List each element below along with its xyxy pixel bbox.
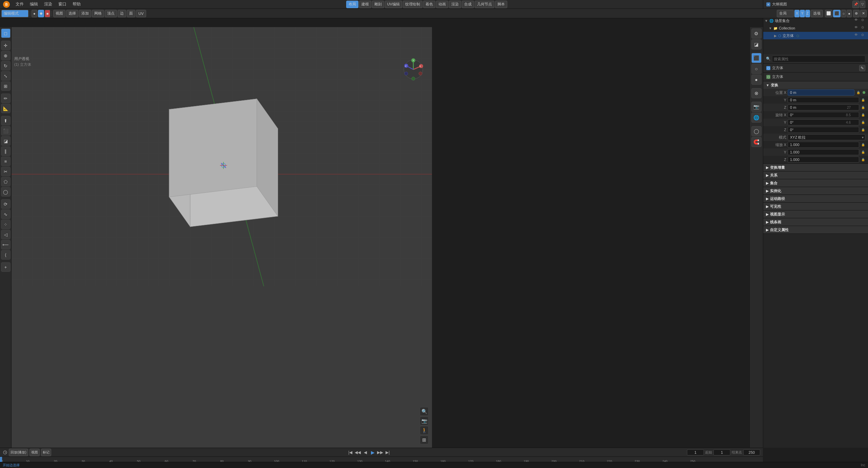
scale-z-lock[interactable]: 🔒 bbox=[861, 157, 865, 162]
solid-shading-btn[interactable]: ⬛ bbox=[751, 53, 762, 63]
timeline-markers-btn[interactable]: 标记 bbox=[41, 449, 51, 456]
rotation-x-field[interactable]: 0° 8.5 bbox=[788, 112, 859, 118]
outliner-pin-btn[interactable]: 📌 bbox=[852, 1, 859, 8]
snap-btn[interactable]: 🧲 bbox=[751, 137, 762, 147]
start-frame-input[interactable]: 1 bbox=[713, 449, 730, 455]
collection-eye-icon[interactable]: 👁 bbox=[854, 25, 860, 31]
mode-selector[interactable]: 编辑模式 bbox=[1, 10, 28, 17]
menu-file[interactable]: 文件 bbox=[13, 1, 26, 8]
polyline-tool-btn[interactable]: ◯ bbox=[1, 187, 11, 197]
step-back-btn[interactable]: ◀◀ bbox=[354, 449, 361, 456]
view-menu-btn[interactable]: 视图 bbox=[53, 10, 65, 17]
extra-tool-btn[interactable]: + bbox=[1, 262, 11, 272]
location-x-field[interactable]: 0 m bbox=[788, 89, 854, 96]
face-menu-btn[interactable]: 面 bbox=[127, 10, 135, 17]
scale-x-lock[interactable]: 🔒 bbox=[861, 142, 865, 147]
select-menu-btn[interactable]: 选择 bbox=[66, 10, 78, 17]
play-back-btn[interactable]: ◀ bbox=[362, 449, 369, 456]
transform-tool-btn[interactable]: ⊞ bbox=[1, 81, 11, 91]
solid-btn[interactable]: ⬛ bbox=[833, 10, 841, 17]
scale-y-field[interactable]: 1.000 bbox=[788, 149, 859, 155]
mesh-menu-btn[interactable]: 网格 bbox=[92, 10, 104, 17]
transform-section-header[interactable]: ▼ 变换 bbox=[763, 81, 868, 89]
inset-tool-btn[interactable]: ⬛ bbox=[1, 126, 11, 136]
knife-tool-btn[interactable]: ✂ bbox=[1, 167, 11, 176]
menu-edit[interactable]: 编辑 bbox=[27, 1, 41, 8]
object-restrict-select-btn[interactable]: ✎ bbox=[859, 65, 865, 71]
extrude-tool-btn[interactable]: ⬆ bbox=[1, 116, 11, 125]
edge-mode-btn[interactable]: ◆ bbox=[38, 10, 44, 17]
menu-help[interactable]: 帮助 bbox=[70, 1, 83, 8]
workspace-texture[interactable]: 纹理绘制 bbox=[403, 1, 422, 8]
cursor-tool-btn[interactable]: ✛ bbox=[1, 41, 11, 50]
spin-tool-btn[interactable]: ⟳ bbox=[1, 199, 11, 209]
gizmo-btn[interactable]: ✕ bbox=[860, 10, 867, 17]
rotation-y-lock[interactable]: 🔒 bbox=[861, 120, 865, 125]
relations-section-header[interactable]: ▶ 关系 bbox=[763, 171, 868, 179]
workspace-uv[interactable]: UV编辑 bbox=[385, 1, 402, 8]
cube-eye-icon[interactable]: 👁 bbox=[854, 33, 860, 38]
rotation-z-lock[interactable]: 🔒 bbox=[861, 127, 865, 132]
proportional-editing-btn[interactable]: ◯ bbox=[751, 126, 762, 136]
viewport-display-section-header[interactable]: ▶ 视图显示 bbox=[763, 210, 868, 218]
scale-x-field[interactable]: 1.000 bbox=[788, 142, 859, 148]
camera-view-btn[interactable]: 📷 bbox=[751, 102, 762, 112]
current-frame-input[interactable]: 1 bbox=[687, 449, 704, 455]
edge-menu-btn[interactable]: 边 bbox=[118, 10, 126, 17]
status-select-link[interactable]: 开始边选择 bbox=[3, 463, 20, 468]
timeline-view-btn[interactable]: 视图 bbox=[29, 449, 40, 456]
viewport-grid-icon[interactable]: ⊞ bbox=[420, 435, 429, 444]
play-btn[interactable]: ▶ bbox=[369, 449, 376, 456]
rotation-z-field[interactable]: 0° bbox=[788, 127, 859, 133]
location-y-field[interactable]: 0 m bbox=[788, 97, 859, 103]
viewport-person-icon[interactable]: 🚶 bbox=[420, 426, 429, 435]
playback-menu-btn[interactable]: 回放(播放) bbox=[9, 449, 28, 456]
shear-tool-btn[interactable]: ⟨ bbox=[1, 250, 11, 260]
menu-render[interactable]: 渲染 bbox=[41, 1, 55, 8]
custom-props-section-header[interactable]: ▶ 自定义属性 bbox=[763, 226, 868, 233]
menu-window[interactable]: 窗口 bbox=[56, 1, 69, 8]
viewport-gizmo[interactable]: X Y Z bbox=[401, 58, 425, 81]
select-tool-btn[interactable]: ◻ bbox=[1, 28, 11, 38]
local-view-btn[interactable]: 🌐 bbox=[751, 113, 762, 123]
scene-eye-icon[interactable]: 👁 bbox=[854, 18, 860, 23]
wireframe-btn[interactable]: ⬜ bbox=[825, 10, 832, 17]
end-frame-input[interactable]: 250 bbox=[743, 449, 760, 455]
workspace-compositing[interactable]: 合成 bbox=[462, 1, 474, 8]
options-btn[interactable]: 选项 bbox=[811, 10, 823, 17]
delta-section-header[interactable]: ▶ 变换增量 bbox=[763, 164, 868, 171]
workspace-scripting[interactable]: 脚本 bbox=[495, 1, 507, 8]
zoom-in-icon[interactable]: 🔍 bbox=[420, 407, 429, 416]
add-menu-btn[interactable]: 添加 bbox=[79, 10, 91, 17]
xray-toggle-btn[interactable]: ⊗ bbox=[751, 88, 762, 98]
scene-restrict-icon[interactable]: ⊙ bbox=[861, 18, 867, 23]
collections-section-header[interactable]: ▶ 集合 bbox=[763, 179, 868, 187]
workspace-sculpt[interactable]: 雕刻 bbox=[372, 1, 384, 8]
rotate-tool-btn[interactable]: ↻ bbox=[1, 61, 11, 70]
material-btn[interactable]: ○ bbox=[841, 10, 846, 17]
scale-tool-btn[interactable]: ⤡ bbox=[1, 71, 11, 81]
rotation-x-lock[interactable]: 🔒 bbox=[861, 113, 865, 117]
collection-row[interactable]: ▼ 📁 Collection 👁 ⊙ bbox=[763, 24, 868, 32]
x-orient-btn[interactable]: X bbox=[794, 10, 800, 17]
workspace-layout[interactable]: 布局 bbox=[346, 1, 358, 8]
material-shading-btn[interactable]: ○ bbox=[751, 64, 762, 74]
zoom-camera-icon[interactable]: 📷 bbox=[420, 416, 429, 425]
loop-cut-tool-btn[interactable]: ∥ bbox=[1, 146, 11, 156]
move-tool-btn[interactable]: ⊕ bbox=[1, 51, 11, 60]
annotation-tool-btn[interactable]: ✏ bbox=[1, 94, 11, 103]
shrink-fatten-tool-btn[interactable]: ⟵ bbox=[1, 240, 11, 249]
viewport-settings-btn[interactable]: ⚙ bbox=[751, 28, 762, 39]
measure-tool-btn[interactable]: 📐 bbox=[1, 104, 11, 113]
overlay-btn[interactable]: ⊕ bbox=[853, 10, 860, 17]
workspace-modeling[interactable]: 建模 bbox=[359, 1, 371, 8]
rendered-shading-btn[interactable]: ● bbox=[751, 75, 762, 85]
location-z-lock[interactable]: 🔒 bbox=[861, 105, 865, 110]
bisect-tool-btn[interactable]: ⬠ bbox=[1, 177, 11, 186]
jump-start-btn[interactable]: |◀ bbox=[347, 449, 354, 456]
workspace-geometry-nodes[interactable]: 几何节点 bbox=[475, 1, 494, 8]
workspace-animation[interactable]: 动画 bbox=[436, 1, 448, 8]
rotation-y-field[interactable]: 0° 4.6 bbox=[788, 119, 859, 125]
location-z-field[interactable]: 0 m 27 bbox=[788, 104, 859, 110]
location-y-lock[interactable]: 🔒 bbox=[861, 98, 865, 102]
